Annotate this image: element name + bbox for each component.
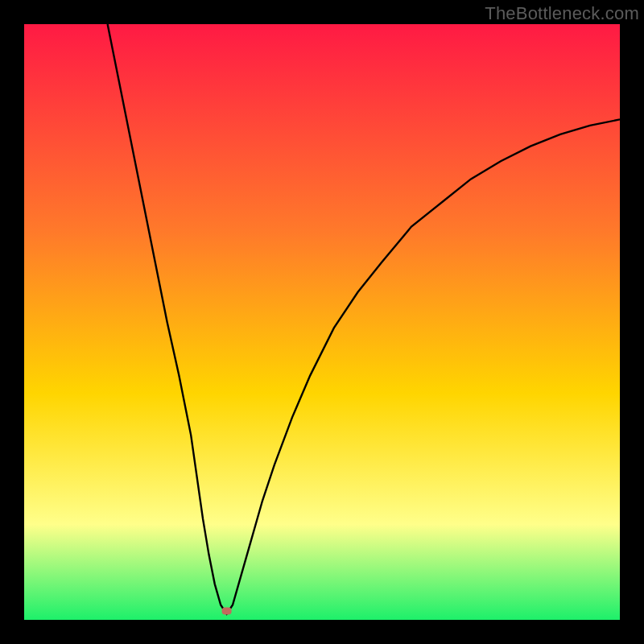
- gradient-background: [24, 24, 620, 620]
- marker-dot: [222, 607, 232, 614]
- watermark-text: TheBottleneck.com: [485, 3, 639, 24]
- chart-svg: [24, 24, 620, 620]
- plot-area: [24, 24, 620, 620]
- chart-frame: TheBottleneck.com: [0, 0, 644, 644]
